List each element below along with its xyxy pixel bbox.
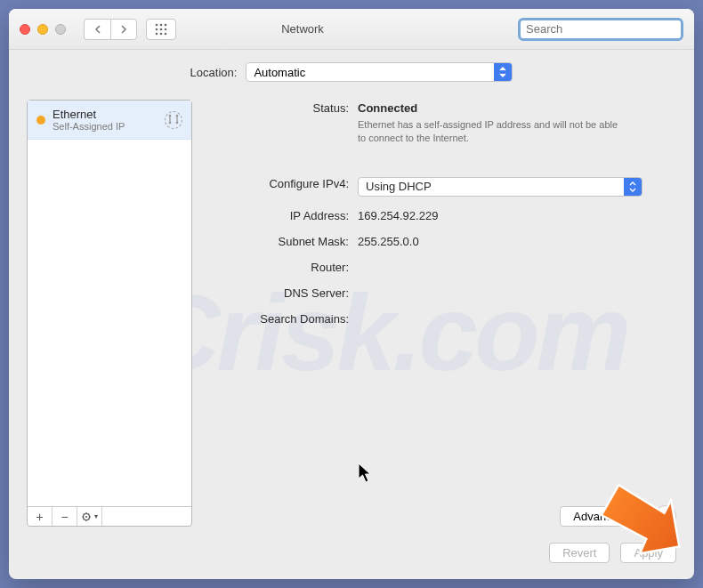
service-item-ethernet[interactable]: Ethernet Self-Assigned IP [28, 101, 191, 140]
details-panel: Status: Connected Ethernet has a self-as… [206, 100, 676, 527]
domains-value [358, 310, 676, 326]
status-row: Status: Connected Ethernet has a self-as… [206, 100, 676, 145]
sidebar-toolbar: + − ▾ [28, 506, 191, 526]
add-service-button[interactable]: + [28, 507, 53, 526]
location-label: Location: [190, 66, 238, 79]
status-value: Connected [358, 101, 676, 115]
search-input[interactable] [526, 22, 675, 36]
router-row: Router: [206, 259, 676, 274]
status-dot-icon [36, 116, 45, 125]
subnet-row: Subnet Mask: 255.255.0.0 [206, 233, 676, 248]
status-caption: Ethernet has a self-assigned IP address … [358, 118, 625, 145]
domains-label: Search Domains: [206, 310, 358, 326]
footer-row: Revert Apply [27, 527, 676, 563]
remove-service-button[interactable]: − [53, 507, 77, 526]
location-select[interactable]: Automatic [246, 62, 513, 82]
dns-label: DNS Server: [206, 285, 358, 300]
dns-row: DNS Server: [206, 285, 676, 300]
chevron-updown-icon [624, 178, 642, 196]
gear-icon [81, 511, 93, 523]
traffic-lights [20, 24, 66, 35]
close-window-button[interactable] [20, 24, 30, 35]
chevron-updown-icon [494, 63, 512, 81]
location-value: Automatic [254, 66, 305, 79]
ip-value: 169.254.92.229 [358, 207, 676, 222]
callout-arrow-icon [589, 469, 687, 567]
svg-point-16 [168, 115, 171, 117]
service-subtitle: Self-Assigned IP [53, 121, 158, 132]
service-name: Ethernet [53, 108, 158, 121]
configure-row: Configure IPv4: Using DHCP [206, 175, 676, 197]
router-value [358, 259, 676, 274]
services-list: Ethernet Self-Assigned IP [28, 101, 191, 506]
service-text: Ethernet Self-Assigned IP [53, 108, 158, 132]
svg-point-19 [175, 115, 178, 117]
window-title: Network [87, 22, 518, 36]
ethernet-port-icon [165, 111, 182, 129]
service-actions-button[interactable]: ▾ [77, 507, 102, 526]
configure-label: Configure IPv4: [206, 175, 358, 197]
location-row: Location: Automatic [27, 62, 676, 82]
domains-row: Search Domains: [206, 310, 676, 326]
router-label: Router: [206, 259, 358, 274]
subnet-label: Subnet Mask: [206, 233, 358, 248]
subnet-value: 255.255.0.0 [358, 233, 676, 248]
svg-point-21 [85, 516, 87, 518]
configure-value-wrap: Using DHCP [358, 175, 676, 197]
maximize-window-button [55, 24, 66, 35]
ip-label: IP Address: [206, 207, 358, 222]
ip-row: IP Address: 169.254.92.229 [206, 207, 676, 222]
svg-point-18 [168, 122, 171, 125]
search-field-wrap[interactable] [518, 18, 683, 41]
main-row: Ethernet Self-Assigned IP + [27, 100, 676, 527]
services-sidebar: Ethernet Self-Assigned IP + [27, 100, 192, 527]
titlebar: Network [9, 9, 694, 50]
status-value-wrap: Connected Ethernet has a self-assigned I… [358, 100, 676, 145]
configure-value: Using DHCP [366, 180, 432, 193]
cursor-icon [358, 463, 376, 486]
status-label: Status: [206, 100, 358, 145]
configure-select[interactable]: Using DHCP [358, 177, 642, 197]
minimize-window-button[interactable] [37, 24, 48, 35]
svg-point-17 [175, 122, 178, 125]
dns-value [358, 285, 676, 300]
